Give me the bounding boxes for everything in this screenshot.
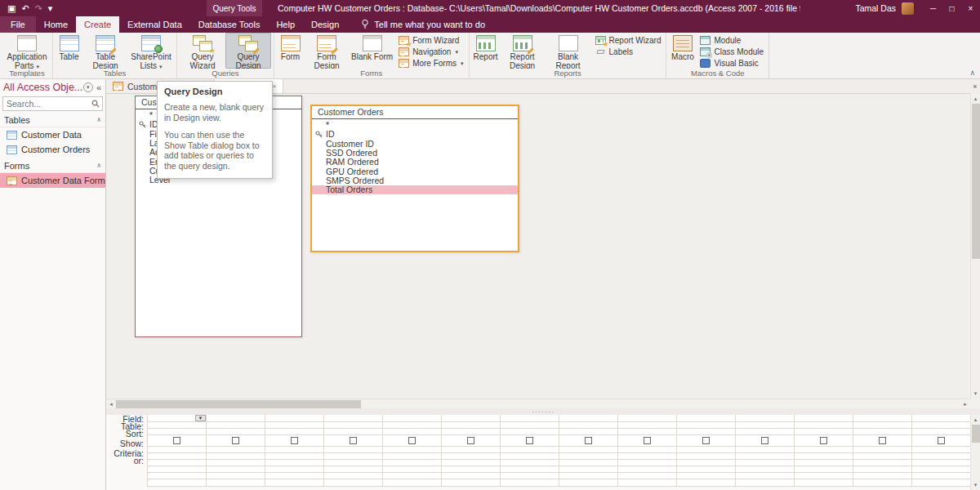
ribbon-button-report-wizard[interactable]: ★Report Wizard [594, 35, 663, 46]
ribbon-button-class-module[interactable]: Class Module [698, 47, 765, 57]
maximize-button[interactable]: □ [942, 0, 961, 16]
show-checkbox[interactable] [232, 437, 239, 444]
grid-cell-r7c1[interactable] [207, 466, 265, 472]
user-name[interactable]: Tamal Das [855, 3, 896, 13]
minimize-button[interactable]: ─ [924, 0, 942, 16]
grid-cell-r9c5[interactable] [442, 479, 501, 486]
grid-cell-r1c0[interactable] [148, 422, 207, 428]
grid-cell-r0c10[interactable] [736, 415, 795, 421]
grid-cell-r4c13[interactable] [912, 447, 970, 452]
grid-cell-r4c12[interactable] [853, 447, 912, 452]
grid-cell-r5c13[interactable] [912, 453, 970, 459]
grid-cell-r0c0[interactable]: ▼ [148, 415, 207, 421]
grid-cell-r9c3[interactable] [324, 479, 383, 486]
qat-customize-icon[interactable]: ▾ [48, 0, 53, 16]
ribbon-button-form[interactable]: Form [277, 33, 304, 69]
show-checkbox[interactable] [585, 437, 592, 444]
grid-cell-r7c5[interactable] [442, 466, 501, 472]
scroll-right-icon[interactable]: ▸ [960, 399, 970, 409]
grid-cell-r1c3[interactable] [324, 422, 383, 428]
grid-cell-r1c11[interactable] [795, 422, 853, 428]
grid-cell-r4c2[interactable] [265, 447, 324, 452]
close-button[interactable]: × [961, 0, 980, 16]
grid-cell-r2c12[interactable] [853, 429, 912, 434]
grid-cell-r3c1[interactable] [207, 435, 265, 446]
show-checkbox[interactable] [526, 437, 533, 444]
grid-cell-r6c3[interactable] [324, 460, 383, 466]
grid-cell-r7c4[interactable] [383, 466, 442, 472]
grid-cell-r1c2[interactable] [265, 422, 324, 428]
scroll-up-icon[interactable]: ▴ [971, 415, 980, 425]
search-icon[interactable] [91, 96, 100, 111]
grid-cell-r0c1[interactable] [207, 415, 265, 421]
field-row-total-orders[interactable]: Total Orders [312, 185, 518, 194]
grid-cell-r8c6[interactable] [501, 473, 559, 479]
ribbon-tab-create[interactable]: Create [76, 16, 119, 33]
grid-cell-r9c11[interactable] [795, 479, 853, 486]
show-checkbox[interactable] [938, 437, 945, 444]
grid-cell-r5c1[interactable] [207, 453, 265, 459]
tell-me-box[interactable]: Tell me what you want to do [354, 16, 492, 33]
grid-cell-r2c10[interactable] [736, 429, 795, 434]
grid-cell-r9c4[interactable] [383, 479, 442, 486]
horizontal-scroll-thumb[interactable] [116, 400, 361, 408]
ribbon-tab-database-tools[interactable]: Database Tools [190, 16, 269, 33]
grid-cell-r5c0[interactable] [148, 453, 207, 459]
field-row-id[interactable]: ID [312, 130, 518, 139]
grid-cell-r8c12[interactable] [853, 473, 912, 479]
ribbon-button-query-design[interactable]: Query Design [225, 33, 271, 69]
show-checkbox[interactable] [173, 437, 180, 444]
grid-cell-r8c1[interactable] [207, 473, 265, 479]
grid-cell-r9c7[interactable] [559, 479, 618, 486]
grid-cell-r8c3[interactable] [324, 473, 383, 479]
undo-icon[interactable]: ↶ [21, 0, 29, 16]
show-checkbox[interactable] [761, 437, 768, 444]
grid-cell-r5c10[interactable] [736, 453, 795, 459]
scroll-down-icon[interactable]: ▾ [971, 480, 980, 490]
show-checkbox[interactable] [467, 437, 474, 444]
grid-cell-r0c11[interactable] [795, 415, 853, 421]
scroll-left-icon[interactable]: ◂ [106, 399, 116, 409]
ribbon-tab-external-data[interactable]: External Data [119, 16, 190, 33]
grid-cell-r7c8[interactable] [618, 466, 677, 472]
grid-cell-r0c12[interactable] [853, 415, 912, 421]
grid-cell-r6c9[interactable] [677, 460, 736, 466]
grid-cell-r0c7[interactable] [559, 415, 618, 421]
grid-cell-r6c8[interactable] [618, 460, 677, 466]
grid-cell-r4c10[interactable] [736, 447, 795, 452]
grid-cell-r9c8[interactable] [618, 479, 677, 486]
grid-cell-r4c3[interactable] [324, 447, 383, 452]
grid-cell-r5c7[interactable] [559, 453, 618, 459]
grid-cell-r3c6[interactable] [501, 435, 559, 446]
ribbon-button-blank-report[interactable]: Blank Report [546, 33, 591, 69]
grid-cell-r3c3[interactable] [324, 435, 383, 446]
grid-cell-r5c6[interactable] [501, 453, 559, 459]
nav-search-input[interactable] [7, 99, 91, 109]
grid-cell-r1c12[interactable] [853, 422, 912, 428]
grid-cell-r6c1[interactable] [207, 460, 265, 466]
grid-cell-r3c0[interactable] [148, 435, 207, 446]
vertical-scrollbar-bottom-pane[interactable]: ▴ ▾ [970, 415, 980, 490]
grid-cell-r6c4[interactable] [383, 460, 442, 466]
grid-cell-r7c0[interactable] [148, 466, 207, 472]
grid-cell-r4c4[interactable] [383, 447, 442, 452]
grid-cell-r5c9[interactable] [677, 453, 736, 459]
grid-cell-r6c10[interactable] [736, 460, 795, 466]
ribbon-button-more-forms[interactable]: More Forms▾ [397, 58, 465, 69]
show-checkbox[interactable] [702, 437, 710, 444]
ribbon-button-macro[interactable]: Macro [669, 33, 696, 69]
ribbon-button-blank-form[interactable]: Blank Form [350, 33, 394, 69]
grid-cell-r6c11[interactable] [795, 460, 853, 466]
ribbon-button-form-design[interactable]: Form Design [304, 33, 350, 69]
grid-cell-r0c5[interactable] [442, 415, 501, 421]
ribbon-tab-design[interactable]: Design [303, 16, 347, 33]
grid-cell-r9c2[interactable] [265, 479, 324, 486]
grid-cell-r3c7[interactable] [559, 435, 618, 446]
grid-cell-r6c13[interactable] [912, 460, 970, 466]
ribbon-tab-home[interactable]: Home [36, 16, 76, 33]
grid-cell-r0c8[interactable] [618, 415, 677, 421]
grid-cell-r7c2[interactable] [265, 466, 324, 472]
field-row-[interactable]: * [312, 121, 518, 130]
grid-cell-r7c3[interactable] [324, 466, 383, 472]
grid-cell-r2c9[interactable] [677, 429, 736, 434]
